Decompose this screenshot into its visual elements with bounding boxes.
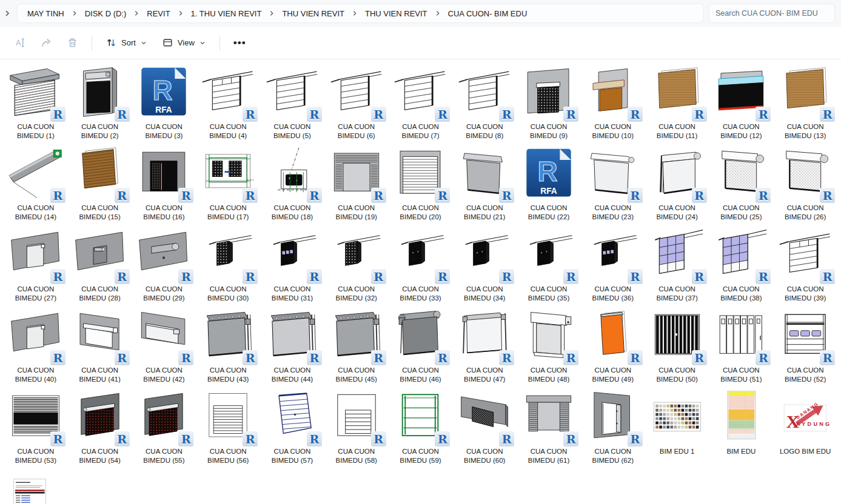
breadcrumb-chevron-icon[interactable] — [266, 10, 277, 16]
rename-button[interactable]: A — [8, 33, 32, 53]
file-item[interactable]: RCUA CUON BIMEDU (31) — [260, 223, 324, 304]
file-item[interactable]: RCUA CUON BIMEDU (38) — [709, 223, 773, 304]
file-item[interactable]: RCUA CUON BIMEDU (50) — [645, 304, 709, 385]
share-button[interactable] — [35, 33, 58, 53]
file-item[interactable]: RCUA CUON BIMEDU (58) — [324, 385, 389, 466]
revit-badge-icon: R — [307, 107, 322, 122]
file-item[interactable]: RCUA CUON BIMEDU (47) — [452, 304, 517, 385]
search-box[interactable] — [709, 4, 835, 23]
file-item[interactable]: RCUA CUON BIMEDU (49) — [581, 304, 645, 385]
file-item[interactable]: RCUA CUON BIMEDU (62) — [581, 385, 645, 466]
breadcrumb-item[interactable]: 1. THU VIEN REVIT — [186, 7, 267, 21]
file-item[interactable]: RCUA CUON BIMEDU (54) — [68, 385, 132, 466]
file-item[interactable]: RCUA CUON BIMEDU (29) — [132, 223, 196, 304]
sort-button[interactable]: Sort — [99, 33, 153, 53]
file-item[interactable]: RRFACUA CUON BIMEDU (22) — [517, 142, 581, 223]
revit-badge-icon: R — [307, 188, 322, 203]
file-item[interactable]: RCUA CUON BIMEDU (2) — [68, 61, 132, 142]
file-item[interactable]: RCUA CUON BIMEDU (18) — [260, 142, 324, 223]
file-name: CUA CUON BIMEDU (28) — [70, 285, 130, 303]
view-button[interactable]: View — [156, 33, 212, 53]
file-item[interactable]: RCUA CUON BIMEDU (21) — [452, 142, 517, 223]
file-item[interactable]: RCUA CUON BIMEDU (48) — [517, 304, 581, 385]
breadcrumb-item[interactable]: THU VIEN REVIT — [360, 7, 432, 21]
file-item[interactable]: RCUA CUON BIMEDU (33) — [389, 223, 453, 304]
file-item[interactable]: RRFACUA CUON BIMEDU (3) — [132, 61, 196, 142]
file-item[interactable]: RCUA CUON BIMEDU (37) — [645, 223, 709, 304]
file-item[interactable]: RCUA CUON BIMEDU (32) — [324, 223, 389, 304]
file-item[interactable]: RCUA CUON BIMEDU (7) — [389, 61, 453, 142]
file-item[interactable]: RCUA CUON BIMEDU (53) — [4, 385, 68, 466]
more-button[interactable]: ••• — [227, 36, 252, 50]
file-name: CUA CUON BIMEDU (19) — [327, 204, 386, 222]
file-item[interactable]: RCUA CUON BIMEDU (16) — [132, 142, 196, 223]
breadcrumb-item[interactable]: MAY TINH — [22, 7, 69, 21]
revit-badge-icon: R — [499, 107, 514, 122]
file-name: CUA CUON BIMEDU (18) — [263, 204, 322, 222]
file-item[interactable]: RCUA CUON BIMEDU (57) — [260, 385, 324, 466]
file-item[interactable]: RCUA CUON BIMEDU (43) — [196, 304, 260, 385]
file-item[interactable]: RCUA CUON BIMEDU (15) — [68, 142, 132, 223]
file-item[interactable]: RCUA CUON BIMEDU (30) — [196, 223, 260, 304]
file-item[interactable]: RCUA CUON BIMEDU (6) — [324, 61, 389, 142]
file-item[interactable]: RCUA CUON BIMEDU (46) — [389, 304, 453, 385]
file-item[interactable]: RCUA CUON BIMEDU (10) — [581, 61, 645, 142]
file-item[interactable]: RCUA CUON BIMEDU (4) — [196, 61, 260, 142]
breadcrumb-item[interactable]: THU VIEN REVIT — [277, 7, 349, 21]
breadcrumb[interactable]: MAY TINHDISK D (D:)REVIT1. THU VIEN REVI… — [17, 4, 704, 23]
breadcrumb-chevron-icon[interactable] — [69, 10, 80, 16]
breadcrumb-item[interactable]: CUA CUON- BIM EDU — [443, 7, 532, 21]
file-thumbnail: R — [264, 228, 320, 281]
file-item[interactable]: RCUA CUON BIMEDU (19) — [324, 142, 389, 223]
file-item[interactable]: RCUA CUON BIMEDU (40) — [4, 304, 68, 385]
breadcrumb-chevron-icon[interactable] — [175, 10, 186, 16]
file-item[interactable]: RCUA CUON BIMEDU (20) — [389, 142, 453, 223]
breadcrumb-chevron-icon[interactable] — [349, 10, 360, 16]
breadcrumb-item[interactable]: DISK D (D:) — [80, 7, 132, 21]
search-input[interactable] — [715, 9, 828, 18]
file-name: CUA CUON BIMEDU (21) — [455, 204, 514, 222]
file-item[interactable]: RCUA CUON BIMEDU (13) — [773, 61, 837, 142]
file-item[interactable]: RCUA CUON BIMEDU (60) — [452, 385, 517, 466]
file-item[interactable]: RCUA CUON BIMEDU (14) — [4, 142, 68, 223]
file-item[interactable]: RCUA CUON BIMEDU (34) — [452, 223, 517, 304]
file-item[interactable]: RCUA CUON BIMEDU (56) — [196, 385, 260, 466]
file-item[interactable]: RCUA CUON BIMEDU (5) — [260, 61, 324, 142]
file-item[interactable]: RCUA CUON BIMEDU (24) — [645, 142, 709, 223]
breadcrumb-item[interactable]: REVIT — [142, 7, 175, 21]
file-item[interactable]: RCUA CUON BIMEDU (11) — [645, 61, 709, 142]
file-item[interactable]: RCUA CUON BIMEDU (23) — [581, 142, 645, 223]
file-item[interactable]: RCUA CUON BIMEDU (42) — [132, 304, 196, 385]
file-name: CUA CUON BIMEDU (22) — [519, 204, 578, 222]
file-item[interactable]: RCUA CUON BIMEDU (12) — [709, 61, 773, 142]
file-item[interactable]: RCUA CUON BIMEDU (59) — [389, 385, 453, 466]
file-item[interactable]: RCUA CUON BIMEDU (28) — [68, 223, 132, 304]
file-item[interactable]: RCUA CUON BIMEDU (36) — [581, 223, 645, 304]
file-item[interactable]: RCUA CUON BIMEDU (51) — [709, 304, 773, 385]
file-item[interactable]: BIM EDU — [709, 385, 773, 466]
file-item[interactable]: RCUA CUON BIMEDU (55) — [132, 385, 196, 466]
file-item[interactable]: RCUA CUON BIMEDU (1) — [4, 61, 68, 142]
file-item[interactable]: BIM EDU 1 — [645, 385, 709, 466]
file-item[interactable]: RCUA CUON BIMEDU (26) — [773, 142, 837, 223]
delete-button[interactable] — [61, 33, 84, 53]
file-item[interactable]: DANANGXAYDUNGLOGO BIM EDU — [773, 385, 837, 466]
file-item[interactable]: RCUA CUON BIMEDU (44) — [260, 304, 324, 385]
file-item[interactable]: RCUA CUON BIMEDU (41) — [68, 304, 132, 385]
breadcrumb-root-chevron-icon[interactable] — [2, 10, 12, 17]
file-item[interactable]: RCUA CUON BIMEDU (17) — [196, 142, 260, 223]
file-item[interactable]: RCUA CUON BIMEDU (61) — [517, 385, 581, 466]
file-item[interactable]: RCUA CUON BIMEDU (35) — [517, 223, 581, 304]
breadcrumb-chevron-icon[interactable] — [131, 10, 142, 16]
file-item[interactable] — [4, 466, 68, 504]
file-thumbnail: R — [200, 65, 256, 119]
file-item[interactable]: RCUA CUON BIMEDU (8) — [452, 61, 517, 142]
file-item[interactable]: RCUA CUON BIMEDU (9) — [517, 61, 581, 142]
file-item[interactable]: RCUA CUON BIMEDU (45) — [324, 304, 389, 385]
file-item[interactable]: RCUA CUON BIMEDU (25) — [709, 142, 773, 223]
file-item[interactable]: RCUA CUON BIMEDU (27) — [4, 223, 68, 304]
file-name: CUA CUON BIMEDU (7) — [390, 122, 450, 141]
file-item[interactable]: RCUA CUON BIMEDU (39) — [773, 223, 837, 304]
file-item[interactable]: RCUA CUON BIMEDU (52) — [773, 304, 837, 385]
breadcrumb-chevron-icon[interactable] — [432, 10, 443, 16]
